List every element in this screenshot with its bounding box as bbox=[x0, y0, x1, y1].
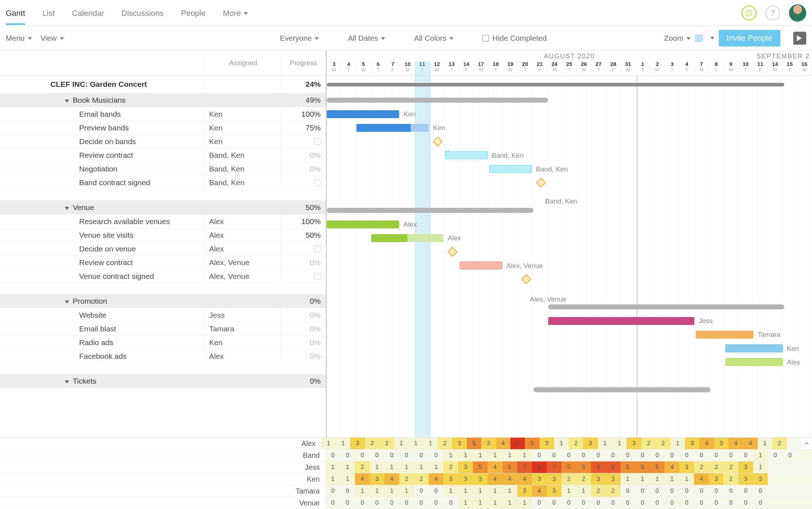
summary-bar[interactable] bbox=[533, 387, 710, 392]
gantt-bar[interactable]: Jess bbox=[548, 317, 694, 325]
gantt-bar[interactable]: Alex bbox=[371, 234, 443, 242]
task-row[interactable]: Band contract signedBand, Ken bbox=[0, 176, 326, 189]
zoom-dropdown[interactable]: Zoom bbox=[664, 34, 691, 43]
task-row[interactable]: Decide on venueAlex bbox=[0, 242, 326, 256]
milestone-diamond[interactable]: Ken bbox=[432, 137, 442, 147]
milestone-diamond[interactable]: Band, Ken bbox=[536, 178, 546, 188]
progress-cell: 0% bbox=[281, 256, 326, 269]
heatmap-cell: 1 bbox=[758, 438, 772, 449]
heatmap-cell: 1 bbox=[458, 450, 473, 461]
heatmap-cell: 3 bbox=[540, 438, 554, 449]
top-nav: GanttListCalendarDiscussionsPeopleMore ? bbox=[0, 0, 812, 26]
task-row[interactable]: Promotion0% bbox=[0, 294, 326, 308]
help-icon[interactable]: ? bbox=[765, 5, 780, 21]
milestone-diamond[interactable]: Alex, Venue bbox=[521, 274, 531, 284]
people-filter[interactable]: Everyone bbox=[280, 34, 319, 43]
invite-people-button[interactable]: Invite People bbox=[719, 30, 780, 46]
play-queue-icon[interactable] bbox=[793, 32, 806, 45]
hide-completed-toggle[interactable]: Hide Completed bbox=[482, 34, 547, 43]
task-row[interactable]: Venue50% bbox=[0, 200, 326, 215]
task-row[interactable]: Decide on bandsKen bbox=[0, 135, 326, 148]
task-row[interactable]: Research available venuesAlex100% bbox=[0, 215, 326, 228]
gantt-bar[interactable]: Band, Ken bbox=[489, 165, 532, 173]
view-dropdown[interactable]: View bbox=[41, 34, 64, 43]
task-row[interactable]: NegotiationBand, Ken0% bbox=[0, 162, 326, 176]
heatmap-row[interactable]: Venue000000000111110000000000000000 bbox=[0, 497, 812, 509]
heatmap-cell: 3 bbox=[738, 461, 753, 473]
heatmap-cell: 3 bbox=[709, 473, 723, 485]
heatmap-cell: 3 bbox=[350, 438, 365, 449]
task-row[interactable]: Venue contract signedAlex, Venue bbox=[0, 269, 326, 283]
task-row[interactable]: CLEF INC: Garden Concert24% bbox=[0, 76, 326, 93]
nav-tab-discussions[interactable]: Discussions bbox=[121, 1, 163, 24]
heatmap-expand-icon[interactable] bbox=[801, 438, 812, 449]
task-row[interactable]: Book Musicians49% bbox=[0, 93, 326, 107]
heatmap-cell: 0 bbox=[606, 497, 621, 509]
heatmap-cell: 0 bbox=[621, 485, 635, 497]
heatmap-cell: 2 bbox=[723, 461, 738, 473]
nav-tab-people[interactable]: People bbox=[181, 1, 206, 24]
clock-icon[interactable] bbox=[741, 5, 757, 21]
heatmap-cell: 4 bbox=[429, 473, 443, 485]
hide-completed-checkbox[interactable] bbox=[482, 35, 489, 41]
dates-filter[interactable]: All Dates bbox=[348, 34, 385, 43]
summary-bar[interactable] bbox=[327, 208, 533, 213]
heatmap-row[interactable]: Alex11322111235348531231132213434412 bbox=[0, 438, 812, 450]
task-row[interactable]: Review contractBand, Ken0% bbox=[0, 148, 326, 162]
assigned-cell bbox=[205, 374, 281, 388]
gantt-bar[interactable]: Band, Ken bbox=[445, 151, 488, 159]
heatmap-cell: 3 bbox=[481, 438, 496, 449]
task-row[interactable]: Tickets0% bbox=[0, 374, 326, 388]
project-summary-bar[interactable] bbox=[327, 83, 784, 86]
task-row[interactable]: Review contractAlex, Venue0% bbox=[0, 256, 326, 269]
colors-filter[interactable]: All Colors bbox=[414, 34, 454, 43]
heatmap-cell: 3 bbox=[370, 473, 384, 485]
heatmap-row[interactable]: Ken114342243334443322331111143233 bbox=[0, 473, 812, 485]
task-row[interactable]: Email bandsKen100% bbox=[0, 107, 326, 121]
task-row[interactable]: WebsiteJess0% bbox=[0, 308, 326, 322]
heatmap-cell: 3 bbox=[738, 473, 753, 485]
heatmap-cell: 7 bbox=[547, 461, 561, 473]
summary-bar[interactable] bbox=[327, 98, 548, 103]
task-row[interactable]: Facebook adsAlex0% bbox=[0, 349, 326, 363]
menu-dropdown[interactable]: Menu bbox=[6, 34, 32, 43]
summary-bar[interactable] bbox=[548, 304, 784, 309]
gantt-bar[interactable]: Alex bbox=[725, 358, 783, 366]
task-row[interactable]: Preview bandsKen75% bbox=[0, 121, 326, 135]
avatar[interactable] bbox=[789, 4, 806, 22]
bar-label: Band, Ken bbox=[492, 152, 524, 160]
zoom-swatch[interactable] bbox=[695, 34, 703, 42]
nav-tab-list[interactable]: List bbox=[42, 1, 55, 24]
gantt-bar[interactable]: Alex, Venue bbox=[460, 262, 502, 269]
gantt-bar[interactable]: Ken bbox=[356, 124, 429, 132]
task-row[interactable]: Email blastTamara0% bbox=[0, 322, 326, 336]
heatmap-cell: 3 bbox=[473, 473, 488, 485]
task-row[interactable]: Radio adsKen0% bbox=[0, 336, 326, 349]
nav-tab-more[interactable]: More bbox=[223, 1, 248, 24]
milestone-diamond[interactable]: Alex bbox=[447, 247, 457, 257]
day-col: 3T bbox=[665, 61, 680, 75]
heatmap-cell: 0 bbox=[635, 450, 650, 461]
gantt-bar[interactable]: Alex bbox=[327, 220, 399, 228]
progress-cell: 0% bbox=[281, 322, 326, 335]
gantt-bar[interactable]: Ken bbox=[725, 344, 783, 352]
col-progress[interactable]: Progress bbox=[281, 50, 326, 75]
heatmap-cell bbox=[782, 497, 797, 509]
gantt-bar[interactable]: Ken bbox=[327, 110, 399, 118]
task-row[interactable]: Venue site visitsAlex50% bbox=[0, 228, 326, 242]
heatmap-cell: 2 bbox=[723, 473, 738, 485]
heatmap-person: Jess bbox=[0, 461, 325, 473]
heatmap-cell: 1 bbox=[502, 450, 517, 461]
col-assigned[interactable]: Assigned bbox=[205, 50, 281, 75]
nav-tab-calendar[interactable]: Calendar bbox=[72, 1, 104, 24]
heatmap-row[interactable]: Jess112111112354578755665554322231 bbox=[0, 461, 812, 473]
assigned-cell: Ken bbox=[205, 135, 281, 148]
heatmap-row[interactable]: Band00000000111111000000000000000100 bbox=[0, 450, 812, 461]
heatmap-cell: 0 bbox=[650, 497, 665, 509]
nav-tab-gantt[interactable]: Gantt bbox=[6, 1, 25, 24]
assigned-cell bbox=[205, 93, 281, 107]
heatmap-row[interactable]: Tamara001111001111134311220000000000 bbox=[0, 485, 812, 497]
heatmap-cell: 3 bbox=[452, 438, 466, 449]
gantt-bar[interactable]: Tamara bbox=[696, 331, 753, 339]
heatmap-cell: 0 bbox=[340, 485, 355, 497]
